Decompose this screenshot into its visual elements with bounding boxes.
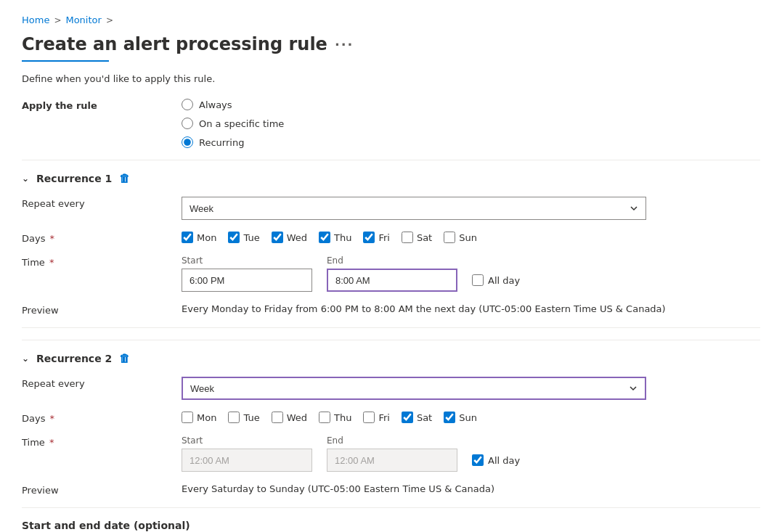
day2-mon-label: Mon: [197, 412, 216, 423]
day1-fri-cb[interactable]: [363, 232, 375, 243]
breadcrumb-sep1: >: [54, 15, 61, 25]
day1-mon[interactable]: Mon: [182, 232, 216, 243]
day1-thu-label: Thu: [334, 232, 351, 243]
title-underline: [22, 60, 109, 62]
day1-sat[interactable]: Sat: [402, 232, 432, 243]
recurrence1-header: ⌄ Recurrence 1 🗑: [22, 172, 760, 185]
day2-mon-cb[interactable]: [182, 412, 193, 423]
breadcrumb-monitor[interactable]: Monitor: [65, 15, 101, 25]
recurrence2-allday-cb[interactable]: [472, 454, 484, 466]
day1-wed-cb[interactable]: [272, 232, 283, 243]
radio-specific-input[interactable]: [182, 118, 193, 129]
recurrence1-start-input[interactable]: [182, 269, 312, 292]
recurrence1-repeat-select[interactable]: Week Day Month: [182, 197, 646, 220]
recurrence2-end-input[interactable]: [327, 449, 457, 472]
recurrence1-chevron[interactable]: ⌄: [22, 173, 29, 184]
recurrence2-time-label: Time *: [22, 435, 182, 448]
day1-fri[interactable]: Fri: [363, 232, 390, 243]
day1-sun-cb[interactable]: [444, 232, 455, 243]
day1-sun-label: Sun: [459, 232, 477, 243]
apply-rule-section: Apply the rule Always On a specific time…: [22, 99, 760, 148]
recurrence1-days-label: Days *: [22, 232, 182, 244]
radio-always[interactable]: Always: [182, 99, 284, 110]
page-title: Create an alert processing rule: [22, 34, 327, 54]
day1-mon-label: Mon: [197, 232, 216, 243]
radio-recurring-label: Recurring: [199, 137, 244, 148]
recurrence1-start-group: Start: [182, 255, 312, 292]
day2-sun[interactable]: Sun: [444, 412, 477, 423]
day1-wed-label: Wed: [287, 232, 307, 243]
day2-sat-label: Sat: [417, 412, 432, 423]
recurrence1-divider: [22, 327, 760, 328]
page-title-row: Create an alert processing rule ···: [22, 34, 760, 54]
day2-fri-cb[interactable]: [363, 412, 375, 423]
day2-tue-label: Tue: [243, 412, 259, 423]
day1-sun[interactable]: Sun: [444, 232, 477, 243]
day1-thu-cb[interactable]: [319, 232, 330, 243]
recurrence1-days-row: Days * Mon Tue Wed Thu Fri Sat Sun: [22, 232, 760, 244]
day2-fri[interactable]: Fri: [363, 412, 390, 423]
day2-thu[interactable]: Thu: [319, 412, 351, 423]
recurrence2-header: ⌄ Recurrence 2 🗑: [22, 352, 760, 365]
day1-tue[interactable]: Tue: [228, 232, 259, 243]
recurrence1-days-required: *: [46, 233, 54, 244]
day2-wed-cb[interactable]: [272, 412, 283, 423]
day2-tue[interactable]: Tue: [228, 412, 259, 423]
day1-mon-cb[interactable]: [182, 232, 193, 243]
recurrence1-end-label: End: [327, 255, 457, 266]
recurrence1-allday-cb[interactable]: [472, 274, 484, 286]
recurrence2-preview-label: Preview: [22, 483, 182, 496]
recurrence1-time-required: *: [46, 257, 54, 268]
day2-tue-cb[interactable]: [228, 412, 240, 423]
day2-sat-cb[interactable]: [402, 412, 413, 423]
day1-tue-cb[interactable]: [228, 232, 240, 243]
recurrence2-divider: [22, 507, 760, 508]
recurrence1-repeat-label: Repeat every: [22, 197, 182, 209]
day1-sat-label: Sat: [417, 232, 432, 243]
day2-mon[interactable]: Mon: [182, 412, 216, 423]
recurrence2-repeat-select[interactable]: Week Day Month: [182, 377, 646, 400]
recurrence2-delete-icon[interactable]: 🗑: [119, 352, 130, 365]
breadcrumb: Home > Monitor >: [22, 15, 760, 25]
recurrence2-end-group: End: [327, 435, 457, 472]
radio-recurring[interactable]: Recurring: [182, 136, 284, 148]
day2-sat[interactable]: Sat: [402, 412, 432, 423]
page-title-ellipsis[interactable]: ···: [335, 37, 354, 52]
radio-recurring-input[interactable]: [182, 136, 193, 148]
recurrence2-days-required: *: [46, 413, 54, 424]
recurrence2-repeat-label: Repeat every: [22, 377, 182, 389]
recurrence1-block: ⌄ Recurrence 1 🗑 Repeat every Week Day M…: [22, 160, 760, 316]
day2-sun-cb[interactable]: [444, 412, 455, 423]
recurrence1-time-label: Time *: [22, 255, 182, 268]
day1-sat-cb[interactable]: [402, 232, 413, 243]
recurrence2-start-label: Start: [182, 435, 312, 446]
recurrence2-days-label: Days *: [22, 412, 182, 424]
apply-rule-label: Apply the rule: [22, 99, 182, 111]
day2-wed[interactable]: Wed: [272, 412, 307, 423]
recurrence2-block: ⌄ Recurrence 2 🗑 Repeat every Week Day M…: [22, 340, 760, 496]
recurrence1-time-row: Time * Start End All day: [22, 255, 760, 292]
recurrence2-preview-row: Preview Every Saturday to Sunday (UTC-05…: [22, 483, 760, 496]
day1-thu[interactable]: Thu: [319, 232, 351, 243]
radio-always-input[interactable]: [182, 99, 193, 110]
recurrence2-start-input[interactable]: [182, 449, 312, 472]
recurrence2-chevron[interactable]: ⌄: [22, 353, 29, 364]
day1-wed[interactable]: Wed: [272, 232, 307, 243]
recurrence1-preview-row: Preview Every Monday to Friday from 6:00…: [22, 303, 760, 316]
recurrence2-allday[interactable]: All day: [472, 454, 520, 466]
recurrence1-allday[interactable]: All day: [472, 274, 520, 286]
recurrence1-title: Recurrence 1: [36, 173, 112, 184]
radio-specific[interactable]: On a specific time: [182, 118, 284, 129]
recurrence2-preview-text: Every Saturday to Sunday (UTC-05:00 East…: [182, 483, 494, 494]
recurrence1-delete-icon[interactable]: 🗑: [119, 172, 130, 185]
day2-thu-cb[interactable]: [319, 412, 330, 423]
recurrence1-allday-label: All day: [488, 275, 520, 286]
breadcrumb-home[interactable]: Home: [22, 15, 49, 25]
recurrence2-repeat-row: Repeat every Week Day Month: [22, 377, 760, 400]
day1-fri-label: Fri: [378, 232, 390, 243]
recurrence1-days: Mon Tue Wed Thu Fri Sat Sun: [182, 232, 477, 243]
recurrence2-days: Mon Tue Wed Thu Fri Sat Sun: [182, 412, 477, 423]
recurrence1-end-input[interactable]: [327, 269, 457, 292]
day1-tue-label: Tue: [243, 232, 259, 243]
recurrence1-repeat-row: Repeat every Week Day Month: [22, 197, 760, 220]
